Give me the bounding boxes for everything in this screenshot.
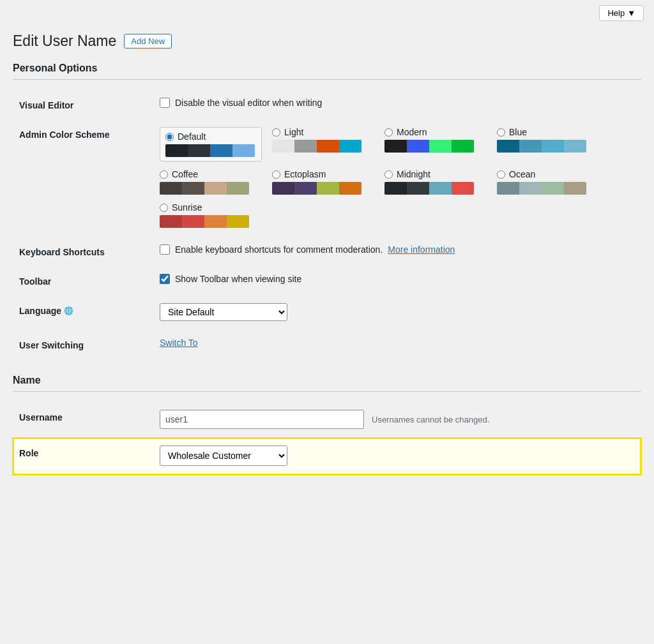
color-scheme-default-text: Default — [178, 131, 206, 142]
swatch — [407, 182, 429, 195]
color-scheme-coffee-radio[interactable] — [160, 170, 168, 179]
color-scheme-midnight[interactable]: Midnight — [384, 169, 487, 195]
username-container: Usernames cannot be changed. — [160, 410, 635, 429]
visual-editor-checkbox[interactable] — [160, 98, 170, 108]
color-scheme-sunrise-text: Sunrise — [172, 202, 202, 213]
swatch — [188, 144, 210, 157]
swatch — [407, 140, 429, 153]
language-label: Language — [19, 306, 61, 316]
color-scheme-default[interactable]: Default — [160, 127, 262, 161]
visual-editor-label: Visual Editor — [19, 100, 73, 110]
username-label: Username — [19, 412, 63, 423]
username-row: Username Usernames cannot be changed. — [13, 402, 641, 438]
role-select[interactable]: Wholesale Customer Subscriber Contributo… — [160, 446, 287, 466]
swatch — [497, 182, 519, 195]
swatch — [497, 140, 519, 153]
user-switching-row: User Switching Switch To — [13, 330, 641, 359]
swatch — [160, 182, 182, 195]
color-scheme-modern-radio[interactable] — [384, 128, 393, 137]
color-scheme-midnight-radio[interactable] — [384, 170, 393, 179]
swatch — [519, 140, 542, 153]
swatch — [564, 182, 586, 195]
color-scheme-sunrise-label[interactable]: Sunrise — [160, 202, 262, 213]
toolbar-checkbox-label[interactable]: Show Toolbar when viewing site — [160, 274, 635, 284]
swatch — [519, 182, 542, 195]
swatch — [204, 215, 227, 228]
color-scheme-ocean-text: Ocean — [509, 169, 535, 179]
swatch — [160, 215, 182, 228]
swatch — [384, 182, 407, 195]
color-scheme-coffee-swatches — [160, 182, 249, 195]
swatch — [182, 215, 204, 228]
color-scheme-blue[interactable]: Blue — [497, 127, 599, 161]
color-scheme-light-text: Light — [284, 127, 303, 137]
color-scheme-coffee-label[interactable]: Coffee — [160, 169, 262, 179]
swatch — [182, 182, 204, 195]
swatch — [317, 182, 339, 195]
swatch — [294, 140, 317, 153]
keyboard-shortcuts-more-info-link[interactable]: More information — [388, 244, 455, 255]
toolbar-row: Toolbar Show Toolbar when viewing site — [13, 266, 641, 296]
color-scheme-ectoplasm-text: Ectoplasm — [284, 169, 326, 179]
color-scheme-ocean[interactable]: Ocean — [497, 169, 599, 195]
color-scheme-sunrise[interactable]: Sunrise — [160, 202, 262, 228]
swatch — [429, 182, 452, 195]
color-scheme-blue-label[interactable]: Blue — [497, 127, 599, 137]
username-input[interactable] — [160, 410, 364, 429]
color-scheme-blue-swatches — [497, 140, 586, 153]
color-scheme-light-label[interactable]: Light — [272, 127, 374, 137]
name-section-heading: Name — [13, 375, 641, 392]
keyboard-shortcuts-text: Enable keyboard shortcuts for comment mo… — [175, 244, 383, 255]
color-scheme-ectoplasm-radio[interactable] — [272, 170, 280, 179]
color-scheme-light-radio[interactable] — [272, 128, 280, 137]
color-scheme-light[interactable]: Light — [272, 127, 374, 161]
swatch — [210, 144, 232, 157]
role-label: Role — [19, 448, 38, 458]
swatch — [272, 140, 294, 153]
color-scheme-modern-label[interactable]: Modern — [384, 127, 487, 137]
username-note: Usernames cannot be changed. — [372, 415, 489, 424]
language-select[interactable]: Site Default English (US) Spanish French… — [160, 303, 287, 321]
help-label: Help — [607, 8, 625, 18]
role-row: Role Wholesale Customer Subscriber Contr… — [13, 438, 641, 475]
help-arrow-icon: ▼ — [627, 8, 635, 18]
color-scheme-ectoplasm[interactable]: Ectoplasm — [272, 169, 374, 195]
color-scheme-coffee[interactable]: Coffee — [160, 169, 262, 195]
keyboard-shortcuts-checkbox-label[interactable]: Enable keyboard shortcuts for comment mo… — [160, 244, 635, 255]
color-scheme-modern[interactable]: Modern — [384, 127, 487, 161]
color-scheme-ocean-label[interactable]: Ocean — [497, 169, 599, 179]
switch-to-link[interactable]: Switch To — [160, 338, 198, 348]
user-switching-label: User Switching — [19, 340, 84, 350]
admin-color-scheme-label: Admin Color Scheme — [19, 130, 110, 140]
add-new-button[interactable]: Add New — [124, 34, 172, 49]
color-scheme-modern-text: Modern — [397, 127, 427, 137]
swatch — [227, 215, 249, 228]
toolbar-checkbox[interactable] — [160, 274, 170, 284]
color-scheme-midnight-swatches — [384, 182, 474, 195]
swatch — [204, 182, 227, 195]
personal-options-table: Visual Editor Disable the visual editor … — [13, 90, 641, 359]
color-scheme-midnight-label[interactable]: Midnight — [384, 169, 487, 179]
color-scheme-ocean-radio[interactable] — [497, 170, 505, 179]
visual-editor-checkbox-label[interactable]: Disable the visual editor when writing — [160, 98, 635, 108]
personal-options-heading: Personal Options — [13, 63, 641, 80]
color-scheme-blue-radio[interactable] — [497, 128, 505, 137]
swatch — [227, 182, 249, 195]
swatch — [339, 140, 361, 153]
color-scheme-default-radio[interactable] — [165, 133, 174, 141]
keyboard-shortcuts-row: Keyboard Shortcuts Enable keyboard short… — [13, 237, 641, 266]
page-title: Edit User Name — [13, 33, 116, 50]
name-table: Username Usernames cannot be changed. Ro… — [13, 402, 641, 475]
color-scheme-light-swatches — [272, 140, 361, 153]
color-scheme-ocean-swatches — [497, 182, 586, 195]
swatch — [232, 144, 255, 157]
color-scheme-sunrise-radio[interactable] — [160, 204, 168, 212]
color-scheme-default-label[interactable]: Default — [165, 131, 256, 142]
color-scheme-blue-text: Blue — [509, 127, 527, 137]
toolbar-label: Toolbar — [19, 276, 51, 287]
color-scheme-ectoplasm-label[interactable]: Ectoplasm — [272, 169, 374, 179]
swatch — [317, 140, 339, 153]
keyboard-shortcuts-checkbox[interactable] — [160, 244, 170, 255]
visual-editor-checkbox-text: Disable the visual editor when writing — [175, 98, 322, 108]
help-button[interactable]: Help ▼ — [599, 5, 644, 21]
